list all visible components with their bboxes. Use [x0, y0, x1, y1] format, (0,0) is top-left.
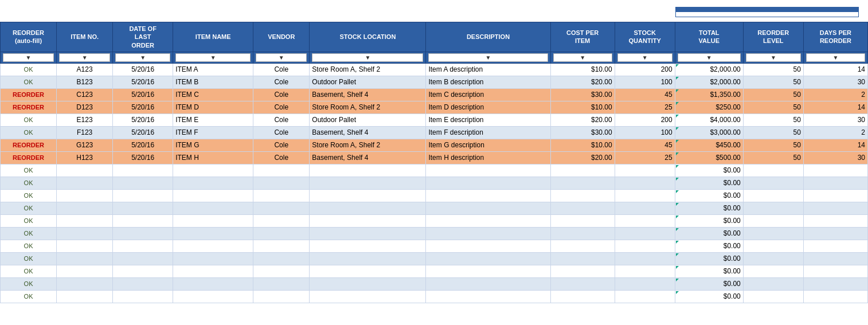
cell-status: REORDER — [1, 88, 57, 101]
table-row: REORDERH1235/20/16ITEM HColeBasement, Sh… — [1, 151, 868, 164]
cell-desc: Item H description — [426, 151, 550, 164]
cell-itemno: F123 — [57, 126, 113, 139]
cell-vendor — [253, 252, 310, 265]
cell-desc — [426, 202, 550, 214]
cell-daysper — [803, 265, 867, 277]
cell-reorderlvl — [743, 189, 803, 202]
cell-reorderlvl: 50 — [743, 139, 803, 151]
cell-stockloc: Store Room A, Shelf 2 — [310, 63, 426, 76]
cell-stockqty: 100 — [615, 126, 675, 139]
cell-itemname: ITEM F — [173, 126, 253, 139]
cell-costper — [550, 240, 615, 252]
cell-daysper: 30 — [803, 151, 867, 164]
cell-date: 5/20/16 — [113, 101, 173, 113]
teal-triangle-icon — [676, 77, 679, 80]
cell-itemname: ITEM H — [173, 151, 253, 164]
cell-costper — [550, 177, 615, 189]
cell-reorderlvl — [743, 164, 803, 177]
cell-desc — [426, 227, 550, 240]
cell-reorderlvl — [743, 202, 803, 214]
cell-stockloc — [310, 189, 426, 202]
table-row: OKB1235/20/16ITEM BColeOutdoor PalletIte… — [1, 76, 868, 88]
cell-status: OK — [1, 164, 57, 177]
total-val-text: $500.00 — [715, 154, 740, 162]
cell-totalval: $250.00 — [675, 101, 743, 113]
cell-vendor — [253, 189, 310, 202]
cell-stockloc — [310, 227, 426, 240]
filter-reorder[interactable]: ▼ — [3, 53, 54, 62]
inventory-table-body: OKA1235/20/16ITEM AColeStore Room A, She… — [1, 63, 868, 303]
cell-date — [113, 277, 173, 290]
cell-totalval: $0.00 — [675, 164, 743, 177]
cell-date — [113, 290, 173, 303]
cell-stockqty — [615, 252, 675, 265]
cell-stockqty — [615, 214, 675, 227]
cell-desc — [426, 252, 550, 265]
cell-itemno — [57, 164, 113, 177]
cell-itemname — [173, 177, 253, 189]
cell-reorderlvl — [743, 290, 803, 303]
cell-itemno — [57, 177, 113, 189]
filter-totalval[interactable]: ▼ — [678, 53, 741, 62]
total-val-text: $0.00 — [724, 166, 741, 174]
teal-triangle-icon — [676, 115, 679, 118]
cell-stockloc: Store Room A, Shelf 2 — [310, 139, 426, 151]
filter-desc[interactable]: ▼ — [428, 53, 548, 62]
cell-costper: $30.00 — [550, 126, 615, 139]
table-row: OK$0.00 — [1, 202, 868, 214]
column-header-row: REORDER(auto-fill) ITEM NO. DATE OFLASTO… — [1, 22, 868, 52]
cell-status: OK — [1, 290, 57, 303]
cell-itemno: E123 — [57, 113, 113, 126]
cell-desc: Item B description — [426, 76, 550, 88]
filter-reorderlvl[interactable]: ▼ — [746, 53, 801, 62]
total-val-text: $3,000.00 — [710, 128, 740, 136]
filter-costper[interactable]: ▼ — [553, 53, 612, 62]
cell-totalval: $0.00 — [675, 240, 743, 252]
cell-vendor — [253, 164, 310, 177]
cell-costper — [550, 164, 615, 177]
cell-stockqty: 200 — [615, 63, 675, 76]
cell-costper: $20.00 — [550, 151, 615, 164]
cell-desc: Item D description — [426, 101, 550, 113]
cell-stockqty — [615, 227, 675, 240]
cell-costper: $10.00 — [550, 139, 615, 151]
col-header-reorderlvl: REORDERLEVEL — [743, 22, 803, 52]
cell-status: OK — [1, 214, 57, 227]
filter-stockloc[interactable]: ▼ — [312, 53, 423, 62]
cell-stockqty: 200 — [615, 113, 675, 126]
cell-vendor: Cole — [253, 113, 310, 126]
filter-date[interactable]: ▼ — [115, 53, 170, 62]
cell-daysper: 30 — [803, 113, 867, 126]
cell-reorderlvl: 50 — [743, 63, 803, 76]
cell-itemno — [57, 202, 113, 214]
cell-itemname: ITEM B — [173, 76, 253, 88]
cell-date — [113, 265, 173, 277]
cell-itemname — [173, 214, 253, 227]
cell-status: OK — [1, 227, 57, 240]
cell-reorderlvl — [743, 265, 803, 277]
teal-triangle-icon — [676, 127, 679, 130]
cell-itemname — [173, 252, 253, 265]
cell-daysper — [803, 252, 867, 265]
filter-daysper[interactable]: ▼ — [806, 53, 865, 62]
cell-desc: Item F description — [426, 126, 550, 139]
total-val-text: $0.00 — [724, 242, 741, 250]
filter-itemno[interactable]: ▼ — [59, 53, 110, 62]
teal-triangle-icon — [676, 228, 679, 231]
cell-stockloc: Outdoor Pallet — [310, 113, 426, 126]
filter-vendor[interactable]: ▼ — [256, 53, 307, 62]
cell-costper: $30.00 — [550, 88, 615, 101]
cell-daysper: 2 — [803, 126, 867, 139]
cell-stockloc — [310, 265, 426, 277]
filter-itemname[interactable]: ▼ — [175, 53, 251, 62]
cell-itemname: ITEM G — [173, 139, 253, 151]
col-header-reorder: REORDER(auto-fill) — [1, 22, 57, 52]
filter-stockqty[interactable]: ▼ — [617, 53, 672, 62]
cell-costper: $20.00 — [550, 113, 615, 126]
cell-stockqty — [615, 290, 675, 303]
cell-reorderlvl — [743, 227, 803, 240]
top-section — [0, 0, 868, 22]
total-val-text: $0.00 — [724, 254, 741, 263]
table-row: OK$0.00 — [1, 290, 868, 303]
cell-daysper: 2 — [803, 88, 867, 101]
